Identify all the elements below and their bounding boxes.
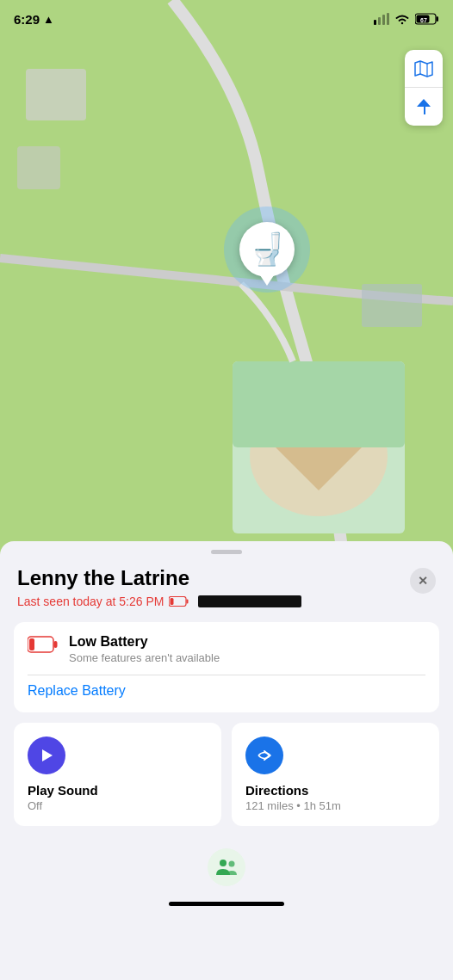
directions-sublabel: 121 miles • 1h 51m [245,799,425,812]
alert-title: Low Battery [69,634,425,650]
map-view-button[interactable] [405,50,443,88]
last-seen-subtitle: Last seen today at 5:26 PM [17,595,410,608]
location-arrow-icon: ▲ [43,13,54,26]
map-controls[interactable] [405,50,443,126]
play-sound-icon-circle [28,737,65,774]
svg-rect-5 [233,361,405,447]
svg-rect-6 [362,284,422,327]
close-button[interactable]: ✕ [410,568,436,594]
svg-marker-23 [42,749,53,761]
battery-status: 67 [415,13,439,25]
bottom-nav[interactable] [0,835,453,895]
play-sound-sublabel: Off [28,799,208,812]
marker-bubble: 🚽 [239,222,295,277]
svg-point-24 [220,860,226,866]
people-icon [215,858,238,877]
svg-rect-1 [17,146,60,189]
directions-label: Directions [245,783,425,798]
redaction-bar [198,595,301,607]
people-nav-button[interactable] [208,848,245,886]
signal-icon [374,13,389,25]
last-seen-text: Last seen today at 5:26 PM [17,595,164,608]
alert-row: Low Battery Some features aren't availab… [28,634,425,664]
svg-rect-22 [29,638,34,650]
toilet-emoji: 🚽 [248,231,287,268]
wifi-icon [394,13,410,25]
svg-point-25 [229,861,235,867]
play-sound-card[interactable]: Play Sound Off [14,723,221,826]
svg-rect-10 [387,13,389,25]
bottom-sheet: Lenny the Latrine Last seen today at 5:2… [0,541,453,980]
sheet-header: Lenny the Latrine Last seen today at 5:2… [0,554,453,608]
alert-description: Some features aren't available [69,651,425,664]
map-marker[interactable]: 🚽 [239,222,295,277]
map-background [0,0,453,568]
svg-rect-19 [171,598,174,605]
location-icon [414,97,433,116]
time-display: 6:29 [14,12,40,27]
map-icon [414,59,433,78]
battery-low-inline-icon [169,596,189,607]
battery-alert-icon [28,636,59,656]
directions-icon [256,747,273,764]
svg-rect-12 [437,16,439,22]
svg-rect-9 [382,15,385,25]
play-icon [38,747,55,764]
play-sound-label: Play Sound [28,783,208,798]
battery-icon: 67 [415,13,439,25]
replace-battery-button[interactable]: Replace Battery [28,675,425,700]
svg-rect-7 [374,20,376,25]
svg-rect-21 [54,641,58,648]
directions-icon-circle [245,737,283,774]
directions-card[interactable]: Directions 121 miles • 1h 51m [232,723,439,826]
alert-card: Low Battery Some features aren't availab… [14,622,439,713]
location-button[interactable] [405,88,443,126]
map-area[interactable]: 6:29 ▲ [0,0,453,568]
alert-text: Low Battery Some features aren't availab… [69,634,425,664]
item-title: Lenny the Latrine [17,566,410,591]
status-bar: 6:29 ▲ [0,0,453,38]
action-cards-row: Play Sound Off Directions 121 miles • 1h… [14,723,439,826]
svg-rect-8 [378,17,381,25]
status-icons: 67 [374,13,439,25]
sheet-title-block: Lenny the Latrine Last seen today at 5:2… [17,566,410,608]
svg-rect-0 [26,69,86,120]
svg-rect-18 [187,599,189,603]
status-time-location: 6:29 ▲ [14,12,54,27]
svg-text:67: 67 [420,17,427,23]
home-indicator [169,902,284,906]
